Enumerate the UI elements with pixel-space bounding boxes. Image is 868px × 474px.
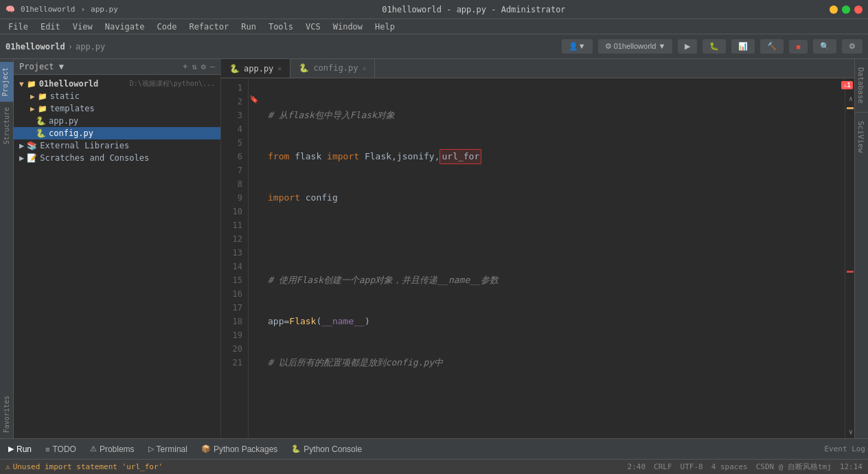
menu-tools[interactable]: Tools [263,21,299,33]
problems-icon: ⚠ [90,444,97,453]
menu-run[interactable]: Run [236,21,262,33]
sciview-panel-tab[interactable]: SciView [855,113,868,161]
title-bar-left: 🧠 01helloworld › app.py [5,5,118,14]
static-folder-label: static [50,91,215,101]
scroll-down-arrow[interactable]: ∨ [849,428,853,436]
menu-vcs[interactable]: VCS [300,21,326,33]
cursor-position[interactable]: 2:40 [628,462,646,471]
terminal-icon: ▷ [148,444,154,453]
code-editor: 1 2 3 4 5 6 7 8 9 10 11 12 13 14 15 16 1… [221,78,854,438]
tab-config-py-label: config.py [313,63,358,73]
problems-button[interactable]: ⚠ Problems [84,443,140,455]
console-icon: 🐍 [291,444,301,453]
project-header-icons: + ⇅ ⚙ — [183,62,215,71]
favorites-strip-tab[interactable]: Favorites [1,390,12,438]
code-line-4 [268,232,845,246]
menu-code[interactable]: Code [152,21,183,33]
right-panel-strip: Database SciView [854,59,868,438]
menu-file[interactable]: File [3,21,34,33]
tab-config-py[interactable]: 🐍 config.py ✕ [290,59,375,78]
project-tree: ▼ 📁 01helloworld D:\视频课程\python\... ▶ 📁 … [14,75,220,438]
tree-templates-folder[interactable]: ▶ 📁 templates [14,102,220,115]
config-py-label: config.py [49,128,215,138]
left-strip: Project Structure Favorites [0,59,14,438]
tree-external-libs[interactable]: ▶ 📚 External Libraries [14,139,220,152]
cursor-selection-box: url_for [439,149,481,164]
libs-icon: 📚 [27,141,37,150]
tab-app-py[interactable]: 🐍 app.py ✕ [221,59,290,78]
menu-bar: File Edit View Navigate Code Refactor Ru… [0,19,868,34]
project-panel: Project ▼ + ⇅ ⚙ — ▼ 📁 01helloworld D:\视频… [14,59,221,438]
run-bottom-button[interactable]: ▶ Run [3,443,37,455]
menu-window[interactable]: Window [328,21,368,33]
status-bar: ⚠ Unused import statement 'url_for' 2:40… [0,459,868,474]
menu-help[interactable]: Help [369,21,400,33]
menu-edit[interactable]: Edit [35,21,66,33]
coverage-button[interactable]: 📊 [731,39,755,54]
add-icon[interactable]: + [183,62,187,71]
folder-icon: ▶ [30,92,35,101]
tab-config-py-icon: 🐍 [299,63,309,73]
scratches-icon: 📝 [27,153,37,163]
build-button[interactable]: 🔨 [760,39,784,54]
minimize-panel-icon[interactable]: — [210,62,215,71]
toolbar: 01helloworld › app.py 👤▼ ⚙ 01helloworld … [0,34,868,59]
run-config-button[interactable]: ⚙ 01helloworld ▼ [598,39,673,54]
menu-view[interactable]: View [67,21,98,33]
menu-navigate[interactable]: Navigate [100,21,150,33]
title-bar-controls [830,5,863,14]
minimize-button[interactable] [830,5,838,14]
time-display: 12:14 [840,462,863,471]
settings-icon[interactable]: ⚙ [201,62,206,71]
app-icon: 🧠 [5,5,15,14]
error-stripe-main [847,271,854,273]
encoding[interactable]: UTF-8 [681,462,703,471]
tree-config-py[interactable]: 🐍 config.py [14,127,220,139]
code-line-1: # 从flask包中导入Flask对象 [268,109,845,122]
terminal-label: Terminal [157,444,187,454]
code-content[interactable]: # 从flask包中导入Flask对象 from flask import Fl… [260,78,845,438]
structure-strip-tab[interactable]: Structure [1,102,12,150]
window-title: 01helloworld - app.py - Administrator [382,5,565,14]
templates-chevron-icon: ▶ [30,104,35,113]
status-right: 2:40 CRLF UTF-8 4 spaces CSDN @ 自断风格tmj … [628,462,863,472]
scroll-up-arrow[interactable]: ∧ [849,95,853,102]
tab-config-py-close[interactable]: ✕ [362,65,366,72]
code-line-5: # 使用Flask创建一个app对象，并且传递__name__参数 [268,273,845,287]
maximize-button[interactable] [842,5,850,14]
settings-button[interactable]: ⚙ [842,39,863,54]
search-button[interactable]: 🔍 [813,39,836,54]
run-button[interactable]: ▶ [678,39,697,54]
python-console-button[interactable]: 🐍 Python Console [286,443,367,455]
indent-setting[interactable]: 4 spaces [711,462,748,471]
bottom-toolbar: ▶ Run ≡ TODO ⚠ Problems ▷ Terminal 📦 Pyt… [0,438,868,459]
tab-app-py-label: app.py [244,64,273,74]
python-console-label: Python Console [304,444,362,454]
problems-label: Problems [100,444,135,454]
tab-app-py-close[interactable]: ✕ [277,65,282,72]
code-line-3: import config [268,191,845,205]
terminal-button[interactable]: ▷ Terminal [143,443,193,455]
todo-button[interactable]: ≡ TODO [40,443,82,455]
debug-button[interactable]: 🐛 [703,39,726,54]
close-button[interactable] [854,5,863,14]
tree-scratches[interactable]: ▶ 📝 Scratches and Consoles [14,152,220,164]
error-badge: ⚠1 [841,81,853,89]
warning-icon: ⚠ [5,462,10,471]
warning-stripe-2 [847,107,854,109]
menu-refactor[interactable]: Refactor [183,21,234,33]
python-packages-button[interactable]: 📦 Python Packages [196,443,283,455]
line-ending[interactable]: CRLF [654,462,672,471]
tree-root-folder[interactable]: ▼ 📁 01helloworld D:\视频课程\python\... [14,78,220,90]
gutter-icons: 🔖 [249,78,260,438]
profile-button[interactable]: 👤▼ [562,39,593,54]
project-strip-tab[interactable]: Project [0,62,14,102]
project-header-label: Project ▼ [19,62,64,71]
code-line-6: app = Flask(__name__) [268,315,845,328]
stop-button[interactable]: ■ [789,40,808,54]
tree-static-folder[interactable]: ▶ 📁 static [14,90,220,102]
tree-app-py[interactable]: 🐍 app.py [14,115,220,127]
sort-icon[interactable]: ⇅ [192,62,196,71]
event-log-link[interactable]: Event Log [824,444,865,453]
database-panel-tab[interactable]: Database [855,59,868,113]
